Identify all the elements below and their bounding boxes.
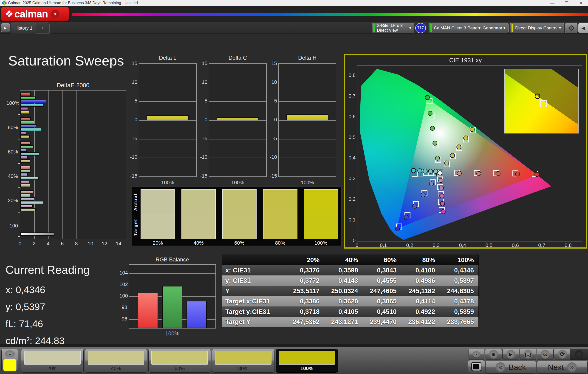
table-cell: 0,3865 bbox=[363, 296, 401, 307]
pattern-generator-dropdown[interactable]: CalMAN Client 3 Pattern Generator ▼ bbox=[429, 23, 509, 33]
table-cell: 253,5117 bbox=[286, 286, 324, 296]
delta-c-chart: Delta C151050-5-10-15100% bbox=[199, 55, 268, 192]
deltae-bar bbox=[20, 177, 39, 180]
pattern-window-button[interactable] bbox=[468, 360, 485, 373]
table-cell: 0,4143 bbox=[324, 276, 363, 286]
stop-button[interactable]: ■ bbox=[485, 349, 502, 360]
display-control-dropdown[interactable]: Direct Display Control ▼ bbox=[510, 23, 564, 33]
chevron-left-icon: ◀ bbox=[581, 25, 585, 31]
swatch-label: 40% bbox=[181, 240, 216, 246]
table-row-label: Y bbox=[222, 286, 286, 296]
pattern-swatch bbox=[215, 351, 272, 364]
rgb-y-tick: 102 bbox=[119, 281, 127, 287]
range-button[interactable]: [‥] bbox=[520, 349, 536, 360]
delta_c-y-tick: 5 bbox=[198, 98, 207, 104]
next-button[interactable]: Next » bbox=[537, 361, 588, 374]
deltae-gridline bbox=[76, 91, 77, 239]
next-label: Next bbox=[548, 363, 564, 372]
deltae-bar bbox=[20, 117, 31, 120]
deltae-y-tick bbox=[18, 139, 20, 139]
deltae-y-label: 100% bbox=[6, 100, 18, 106]
close-icon[interactable]: ✕ bbox=[574, 0, 588, 6]
restore-icon[interactable]: ❐ bbox=[559, 0, 574, 6]
table-row: Target x:CIE310,33860,36200,38650,41140,… bbox=[222, 296, 479, 307]
window-pattern-icon bbox=[471, 362, 482, 371]
delta_c-y-tick: -10 bbox=[198, 154, 207, 160]
target-swatch bbox=[181, 214, 216, 239]
pattern-button-40%[interactable]: 40% bbox=[85, 349, 147, 373]
table-row: Target Y247,5362243,1271239,4470236,4122… bbox=[222, 317, 479, 327]
table-row: Y253,5117250,0324247,4605245,1182244,830… bbox=[222, 286, 479, 296]
delta_l-gridline bbox=[139, 139, 196, 139]
back-button[interactable]: « Back bbox=[485, 361, 536, 374]
cie-measured-point bbox=[435, 156, 440, 160]
play-button[interactable]: ▶ bbox=[502, 349, 519, 360]
table-cell: 233,7665 bbox=[440, 317, 479, 327]
pattern-nav-button[interactable]: ▲ bbox=[1, 349, 18, 372]
target-swatch bbox=[222, 214, 257, 239]
chevrons-right-icon: » bbox=[567, 362, 577, 372]
pattern-button-80%[interactable]: 80% bbox=[212, 349, 274, 373]
delta_l-gridline bbox=[139, 120, 196, 121]
loop-button[interactable]: ∞ bbox=[537, 349, 554, 360]
inset-measured-point bbox=[535, 94, 540, 99]
delta_h-y-tick: 0 bbox=[268, 117, 277, 123]
cie-y-tick: 0,1 bbox=[346, 217, 356, 223]
refresh-button[interactable]: ⟳ bbox=[554, 349, 571, 360]
pattern-button-100%[interactable]: 100% bbox=[276, 349, 338, 373]
tab-history-1[interactable]: History 1 bbox=[11, 22, 36, 33]
inactive-slot bbox=[570, 349, 588, 360]
table-cell: 245,1182 bbox=[401, 286, 440, 296]
pattern-label: 40% bbox=[85, 365, 147, 372]
table-cell: 0,3376 bbox=[286, 265, 324, 276]
pattern-button-20%[interactable]: 20% bbox=[21, 349, 84, 373]
cie-measured-point bbox=[476, 171, 481, 176]
cie-measured-point bbox=[450, 153, 455, 158]
measurement-table: 20%40%60%80%100%x: CIE310,33760,35980,38… bbox=[222, 255, 479, 327]
cie-measured-point bbox=[535, 172, 539, 177]
deltae-bar bbox=[20, 170, 30, 173]
up-arrow-icon: ▲ bbox=[475, 353, 478, 356]
meter-line1: X-Rite i1Pro 3 bbox=[377, 23, 403, 28]
gear-icon: ⚙ bbox=[568, 24, 575, 32]
calman-menu-caret[interactable]: ▼ bbox=[51, 10, 59, 18]
table-cell: 0,4114 bbox=[401, 296, 440, 307]
calman-menu-button[interactable]: ❖ calman ▼ bbox=[1, 7, 69, 21]
deltae-gridline bbox=[91, 91, 91, 239]
collapse-panel-button[interactable]: ◀ bbox=[578, 23, 588, 33]
pattern-swatch bbox=[24, 351, 81, 364]
deltae-y-tick bbox=[18, 236, 20, 237]
swatch-column: 80% bbox=[263, 189, 297, 246]
deltae-bar bbox=[20, 190, 33, 193]
delta_c-gridline bbox=[209, 158, 266, 158]
minimize-icon[interactable]: — bbox=[545, 0, 559, 6]
meter-count-badge[interactable]: 717 bbox=[415, 23, 426, 33]
table-row: x: CIE310,33760,35980,38430,41000,4346 bbox=[222, 265, 479, 276]
table-cell: 239,4470 bbox=[363, 317, 401, 327]
settings-button[interactable]: ⚙ bbox=[565, 23, 578, 33]
table-cell: 0,4105 bbox=[324, 307, 363, 317]
deltae-y-label: 80% bbox=[6, 125, 18, 130]
deltae-gridline bbox=[105, 91, 105, 239]
refresh-icon: ⟳ bbox=[560, 351, 565, 358]
swatch-column: 40% bbox=[181, 189, 216, 246]
delta_c-gridline bbox=[209, 139, 266, 139]
chevron-down-icon: ▼ bbox=[409, 26, 412, 30]
current-reading-y: y: 0,5397 bbox=[6, 301, 90, 312]
table-cell: 243,1271 bbox=[324, 317, 363, 327]
pattern-list-up-button[interactable]: ▲ bbox=[469, 349, 484, 360]
table-row-label: Target Y bbox=[222, 317, 286, 327]
pattern-button-60%[interactable]: 60% bbox=[148, 349, 211, 373]
delta_l-y-tick: 5 bbox=[128, 98, 137, 104]
deltae-bar bbox=[20, 121, 34, 124]
swatch-label: 20% bbox=[141, 240, 175, 246]
deltae-bar bbox=[20, 96, 36, 100]
deltae-bar bbox=[20, 141, 31, 145]
delta_l-y-tick: 0 bbox=[128, 117, 137, 123]
tab-scroll-button[interactable]: ▶ bbox=[1, 23, 10, 32]
deltae-bar bbox=[20, 160, 30, 163]
meter-dropdown[interactable]: X-Rite i1Pro 3 Direct View ▼ bbox=[372, 23, 414, 33]
actual-swatch bbox=[181, 189, 216, 214]
add-tab-button[interactable]: + bbox=[36, 22, 50, 33]
delta_c-gridline bbox=[209, 120, 266, 121]
